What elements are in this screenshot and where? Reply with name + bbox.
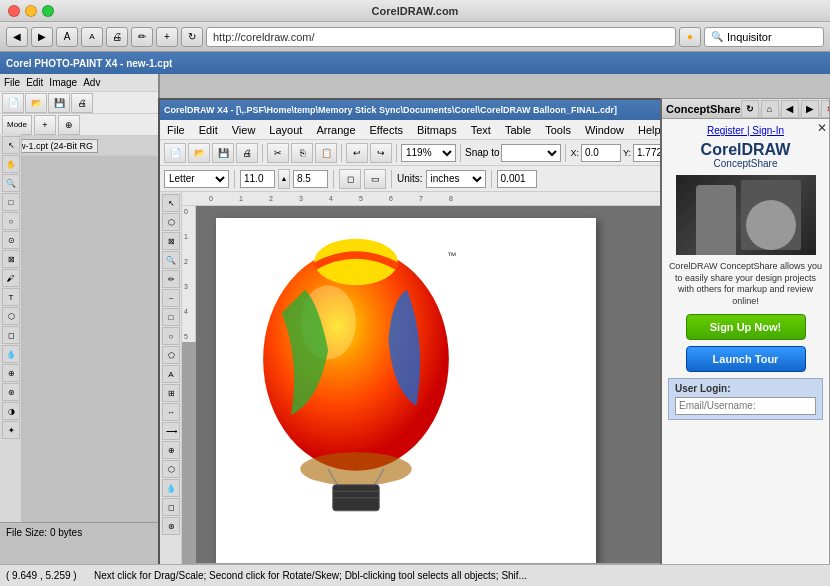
forward-button[interactable]: ▶ (31, 27, 53, 47)
pp-menu-file[interactable]: File (4, 77, 20, 88)
pp-save-btn[interactable]: 💾 (48, 93, 70, 113)
pp-tool-text[interactable]: T (2, 288, 20, 306)
pp-tool-eyedrop[interactable]: 💧 (2, 345, 20, 363)
cs-close-btn[interactable]: × (821, 100, 830, 118)
mac-maximize-button[interactable] (42, 5, 54, 17)
pp-new-btn[interactable]: 📄 (2, 93, 24, 113)
signup-button[interactable]: Sign Up Now! (686, 314, 806, 340)
cd-outline-tool[interactable]: ◻ (162, 498, 180, 516)
pp-tool-clone[interactable]: ⊕ (2, 364, 20, 382)
paper-width-input[interactable] (240, 170, 275, 188)
cd-menu-tools[interactable]: Tools (542, 123, 574, 137)
search-bar[interactable]: 🔍 Inquisitor (704, 27, 824, 47)
cd-rect-tool[interactable]: □ (162, 308, 180, 326)
cd-eyedrop-tool[interactable]: 💧 (162, 479, 180, 497)
compose-button[interactable]: ✏ (131, 27, 153, 47)
zoom-select[interactable]: 119% 100% 75% (401, 144, 456, 162)
pp-menu-edit[interactable]: Edit (26, 77, 43, 88)
cd-ellipse-tool[interactable]: ○ (162, 327, 180, 345)
cd-shape-tool[interactable]: ⬡ (162, 213, 180, 231)
paper-height-input[interactable] (293, 170, 328, 188)
cd-menu-view[interactable]: View (229, 123, 259, 137)
pp-tool-crop[interactable]: ⊠ (2, 250, 20, 268)
pp-open-btn[interactable]: 📂 (25, 93, 47, 113)
cd-new-btn[interactable]: 📄 (164, 143, 186, 163)
pp-tool-zoom[interactable]: 🔍 (2, 174, 20, 192)
back-button[interactable]: ◀ (6, 27, 28, 47)
cd-undo-btn[interactable]: ↩ (346, 143, 368, 163)
cd-menu-file[interactable]: File (164, 123, 188, 137)
mac-minimize-button[interactable] (25, 5, 37, 17)
cd-text-tool[interactable]: A (162, 365, 180, 383)
pp-menu-adv[interactable]: Adv (83, 77, 100, 88)
pp-tool-paint[interactable]: 🖌 (2, 269, 20, 287)
cd-menu-arrange[interactable]: Arrange (313, 123, 358, 137)
pp-menu-image[interactable]: Image (49, 77, 77, 88)
mac-close-button[interactable] (8, 5, 20, 17)
cd-menu-edit[interactable]: Edit (196, 123, 221, 137)
cd-menu-text[interactable]: Text (468, 123, 494, 137)
cd-menu-table[interactable]: Table (502, 123, 534, 137)
cd-table-tool[interactable]: ⊞ (162, 384, 180, 402)
cd-save-btn[interactable]: 💾 (212, 143, 234, 163)
cd-crop-tool[interactable]: ⊠ (162, 232, 180, 250)
launch-tour-button[interactable]: Launch Tour (686, 346, 806, 372)
cd-menu-bitmaps[interactable]: Bitmaps (414, 123, 460, 137)
cs-register-link[interactable]: Register | Sign-In (707, 125, 784, 136)
cd-pick-tool[interactable]: ↖ (162, 194, 180, 212)
cs-email-input[interactable] (675, 397, 816, 415)
cd-cut-btn[interactable]: ✂ (267, 143, 289, 163)
reload-button[interactable]: A (56, 27, 78, 47)
portrait-btn[interactable]: ◻ (339, 169, 361, 189)
pp-tool2[interactable]: ⊕ (58, 115, 80, 135)
nudge-input[interactable] (497, 170, 537, 188)
add-tab-button[interactable]: + (156, 27, 178, 47)
cs-home-btn[interactable]: ⌂ (761, 100, 779, 118)
cd-redo-btn[interactable]: ↪ (370, 143, 392, 163)
pp-tool-circle[interactable]: ○ (2, 212, 20, 230)
cd-interact-tool[interactable]: ⊛ (162, 517, 180, 535)
print-button[interactable]: 🖨 (106, 27, 128, 47)
cs-forward-btn[interactable]: ▶ (801, 100, 819, 118)
coord-x-input[interactable] (581, 144, 621, 162)
pp-tool-dodge[interactable]: ◑ (2, 402, 20, 420)
cd-menu-layout[interactable]: Layout (266, 123, 305, 137)
cd-fill-tool[interactable]: ⬡ (162, 460, 180, 478)
cd-open-btn[interactable]: 📂 (188, 143, 210, 163)
font-smaller-button[interactable]: A (81, 27, 103, 47)
cd-blend-tool[interactable]: ⊕ (162, 441, 180, 459)
pp-tool-rect[interactable]: □ (2, 193, 20, 211)
cd-menu-effects[interactable]: Effects (367, 123, 406, 137)
pp-tool-effect[interactable]: ✦ (2, 421, 20, 439)
rss-button[interactable]: ● (679, 27, 701, 47)
units-select[interactable]: inches mm cm (426, 170, 486, 188)
pp-tool-smear[interactable]: ⊛ (2, 383, 20, 401)
address-bar[interactable]: http://coreldraw.com/ (206, 27, 676, 47)
cd-freehand-tool[interactable]: ✏ (162, 270, 180, 288)
refresh-button[interactable]: ↻ (181, 27, 203, 47)
cd-polygon-tool[interactable]: ⬠ (162, 346, 180, 364)
cs-back-btn[interactable]: ◀ (781, 100, 799, 118)
cd-menu-window[interactable]: Window (582, 123, 627, 137)
width-up-btn[interactable]: ▲ (278, 169, 290, 189)
pp-tool-hand[interactable]: ✋ (2, 155, 20, 173)
paper-size-select[interactable]: Letter A4 (164, 170, 229, 188)
landscape-btn[interactable]: ▭ (364, 169, 386, 189)
pp-tool-fill[interactable]: ⬡ (2, 307, 20, 325)
cd-print-btn[interactable]: 🖨 (236, 143, 258, 163)
cd-smart-draw[interactable]: ~ (162, 289, 180, 307)
snap-select[interactable] (501, 144, 561, 162)
pp-mode-btn[interactable]: Mode (2, 115, 32, 135)
cd-paste-btn[interactable]: 📋 (315, 143, 337, 163)
mac-window-controls[interactable] (8, 5, 54, 17)
cs-refresh-btn[interactable]: ↻ (741, 100, 759, 118)
pp-print-btn[interactable]: 🖨 (71, 93, 93, 113)
pp-tool-arrow[interactable]: ↖ (2, 136, 20, 154)
cd-zoom-tool[interactable]: 🔍 (162, 251, 180, 269)
pp-tool-eraser[interactable]: ◻ (2, 326, 20, 344)
pp-tool-lasso[interactable]: ⊙ (2, 231, 20, 249)
cd-copy-btn[interactable]: ⎘ (291, 143, 313, 163)
cd-dim-tool[interactable]: ↔ (162, 403, 180, 421)
cd-connector-tool[interactable]: ⟶ (162, 422, 180, 440)
cs-x-btn[interactable]: ✕ (817, 121, 827, 135)
